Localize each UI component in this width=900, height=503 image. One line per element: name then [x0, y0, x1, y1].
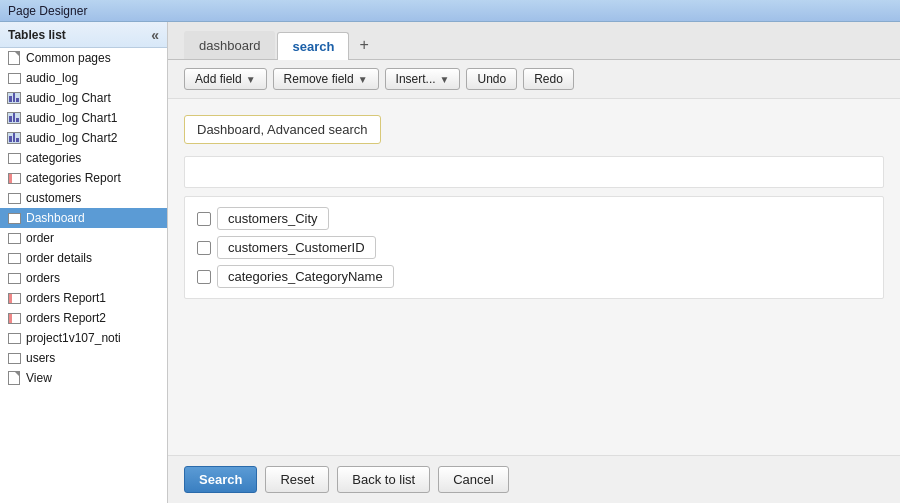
sidebar-item-label-audio-log-chart1: audio_log Chart1 [26, 111, 117, 125]
order-details-icon [6, 251, 22, 265]
common-pages-icon [6, 51, 22, 65]
field-item-field1: customers_City [197, 207, 871, 230]
search-button[interactable]: Search [184, 466, 257, 493]
sidebar-item-label-customers: customers [26, 191, 81, 205]
sidebar-item-label-project1v107-noti: project1v107_noti [26, 331, 121, 345]
app-title: Page Designer [8, 4, 87, 18]
tab-dashboard[interactable]: dashboard [184, 31, 275, 59]
sidebar-item-categories-report[interactable]: categories Report [0, 168, 167, 188]
sidebar-item-audio-log[interactable]: audio_log [0, 68, 167, 88]
empty-row [184, 156, 884, 188]
content-area: dashboardsearch+ Add field ▼ Remove fiel… [168, 22, 900, 503]
field-item-field2: customers_CustomerID [197, 236, 871, 259]
sidebar-item-orders[interactable]: orders [0, 268, 167, 288]
sidebar-item-label-orders-report2: orders Report2 [26, 311, 106, 325]
remove-field-button[interactable]: Remove field ▼ [273, 68, 379, 90]
audio-log-chart2-icon [6, 131, 22, 145]
fields-section: customers_City customers_CustomerID cate… [184, 196, 884, 299]
field-checkbox-field1[interactable] [197, 212, 211, 226]
sidebar-list: Common pagesaudio_logaudio_log Chartaudi… [0, 48, 167, 503]
sidebar-collapse-button[interactable]: « [151, 28, 159, 42]
sidebar-item-label-categories-report: categories Report [26, 171, 121, 185]
title-bar: Page Designer [0, 0, 900, 22]
add-field-button[interactable]: Add field ▼ [184, 68, 267, 90]
sidebar-item-label-audio-log-chart: audio_log Chart [26, 91, 111, 105]
field-checkbox-field2[interactable] [197, 241, 211, 255]
insert-dropdown-arrow: ▼ [440, 74, 450, 85]
field-item-field3: categories_CategoryName [197, 265, 871, 288]
sidebar-title: Tables list [8, 28, 66, 42]
sidebar-item-common-pages[interactable]: Common pages [0, 48, 167, 68]
sidebar-item-label-audio-log-chart2: audio_log Chart2 [26, 131, 117, 145]
sidebar-item-label-view: View [26, 371, 52, 385]
audio-log-chart1-icon [6, 111, 22, 125]
sidebar-item-orders-report1[interactable]: orders Report1 [0, 288, 167, 308]
tab-add-button[interactable]: + [351, 31, 376, 59]
sidebar-item-label-users: users [26, 351, 55, 365]
view-icon [6, 371, 22, 385]
cancel-button[interactable]: Cancel [438, 466, 508, 493]
field-label-field3: categories_CategoryName [217, 265, 394, 288]
buttons-row: Search Reset Back to list Cancel [168, 455, 900, 503]
sidebar-item-order[interactable]: order [0, 228, 167, 248]
toolbar: Add field ▼ Remove field ▼ Insert... ▼ U… [168, 60, 900, 99]
dashboard-icon [6, 211, 22, 225]
audio-log-icon [6, 71, 22, 85]
tab-search[interactable]: search [277, 32, 349, 60]
page-title: Dashboard, Advanced search [184, 115, 381, 144]
sidebar-item-audio-log-chart[interactable]: audio_log Chart [0, 88, 167, 108]
sidebar-item-label-dashboard: Dashboard [26, 211, 85, 225]
sidebar-item-order-details[interactable]: order details [0, 248, 167, 268]
orders-report1-icon [6, 291, 22, 305]
order-icon [6, 231, 22, 245]
field-label-field1: customers_City [217, 207, 329, 230]
back-to-list-button[interactable]: Back to list [337, 466, 430, 493]
sidebar-item-label-orders-report1: orders Report1 [26, 291, 106, 305]
categories-icon [6, 151, 22, 165]
page-content: Dashboard, Advanced search customers_Cit… [168, 99, 900, 455]
redo-button[interactable]: Redo [523, 68, 574, 90]
sidebar-item-label-orders: orders [26, 271, 60, 285]
sidebar-item-orders-report2[interactable]: orders Report2 [0, 308, 167, 328]
project1v107-noti-icon [6, 331, 22, 345]
undo-button[interactable]: Undo [466, 68, 517, 90]
insert-button[interactable]: Insert... ▼ [385, 68, 461, 90]
orders-report2-icon [6, 311, 22, 325]
sidebar-item-categories[interactable]: categories [0, 148, 167, 168]
sidebar-item-label-order: order [26, 231, 54, 245]
categories-report-icon [6, 171, 22, 185]
field-label-field2: customers_CustomerID [217, 236, 376, 259]
audio-log-chart-icon [6, 91, 22, 105]
main-layout: Tables list « Common pagesaudio_logaudio… [0, 22, 900, 503]
users-icon [6, 351, 22, 365]
sidebar-item-label-order-details: order details [26, 251, 92, 265]
sidebar-item-project1v107-noti[interactable]: project1v107_noti [0, 328, 167, 348]
sidebar-item-audio-log-chart1[interactable]: audio_log Chart1 [0, 108, 167, 128]
add-field-dropdown-arrow: ▼ [246, 74, 256, 85]
sidebar-item-dashboard[interactable]: Dashboard [0, 208, 167, 228]
sidebar-item-customers[interactable]: customers [0, 188, 167, 208]
reset-button[interactable]: Reset [265, 466, 329, 493]
customers-icon [6, 191, 22, 205]
tabs-bar: dashboardsearch+ [168, 22, 900, 60]
sidebar: Tables list « Common pagesaudio_logaudio… [0, 22, 168, 503]
orders-icon [6, 271, 22, 285]
sidebar-item-label-audio-log: audio_log [26, 71, 78, 85]
sidebar-item-audio-log-chart2[interactable]: audio_log Chart2 [0, 128, 167, 148]
sidebar-item-label-common-pages: Common pages [26, 51, 111, 65]
field-checkbox-field3[interactable] [197, 270, 211, 284]
sidebar-item-label-categories: categories [26, 151, 81, 165]
sidebar-header: Tables list « [0, 22, 167, 48]
sidebar-item-users[interactable]: users [0, 348, 167, 368]
remove-field-dropdown-arrow: ▼ [358, 74, 368, 85]
sidebar-item-view[interactable]: View [0, 368, 167, 388]
